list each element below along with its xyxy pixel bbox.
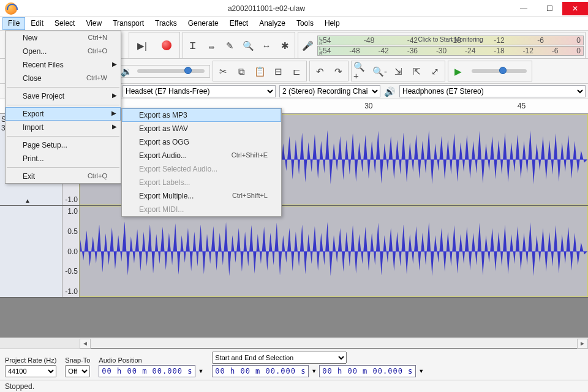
menu-view[interactable]: View	[80, 17, 107, 30]
menu-file[interactable]: File	[2, 17, 25, 30]
menu-item-export-ogg[interactable]: Export as OGG	[122, 135, 281, 149]
menu-select[interactable]: Select	[49, 17, 80, 30]
horizontal-scrollbar[interactable]: ◄ ►	[0, 337, 588, 349]
menu-tracks[interactable]: Tracks	[149, 17, 183, 30]
menu-tools[interactable]: Tools	[291, 17, 319, 30]
menu-item-exit[interactable]: ExitCtrl+Q	[6, 170, 121, 183]
menu-item-save-project[interactable]: Save Project▶	[6, 89, 121, 103]
minimize-button[interactable]: —	[511, 2, 537, 15]
ibeam-icon: Ꮖ	[190, 41, 196, 50]
status-text: Stopped.	[5, 382, 34, 391]
window-controls: — ☐ ✕	[511, 2, 588, 15]
play-icon: ▶	[454, 67, 462, 76]
project-rate-select[interactable]: 44100	[5, 365, 56, 377]
playback-speed-slider[interactable]	[472, 69, 527, 73]
recording-device-select[interactable]: Headset (E7 Hands-Free)	[123, 85, 276, 97]
fit-project-button[interactable]: ⇱	[408, 62, 425, 80]
recording-meter[interactable]: LR -54 -48 -42 Click to Start Monitoring…	[317, 36, 584, 45]
track-amplitude-scale: 1.0 0.5 0.0 -0.5 -1.0	[62, 206, 80, 297]
track-row: 1.0 0.5 0.0 -0.5 -1.0	[0, 206, 588, 298]
selection-end-field[interactable]: 00 h 00 m 00.000 s	[319, 365, 416, 377]
paste-button[interactable]: 📋	[251, 62, 268, 80]
envelope-tool[interactable]: ⏛	[203, 37, 220, 54]
redo-button[interactable]: ↷	[330, 62, 347, 80]
undo-icon: ↶	[316, 67, 324, 76]
recording-channels-select[interactable]: 2 (Stereo) Recording Chai	[279, 85, 380, 97]
selection-tool[interactable]: Ꮖ	[184, 37, 202, 54]
scroll-left-button[interactable]: ◄	[80, 339, 91, 349]
speaker-icon: 🔉	[121, 67, 132, 76]
zoom-out-button[interactable]: 🔍-	[371, 62, 388, 80]
zoom-toggle-button[interactable]: ⤢	[426, 62, 443, 80]
zoom-tool[interactable]: 🔍	[239, 37, 257, 54]
chevron-right-icon: ▶	[112, 123, 117, 130]
paste-icon: 📋	[254, 67, 266, 76]
menu-item-export[interactable]: Export▶	[6, 107, 121, 121]
menu-item-print[interactable]: Print...	[6, 152, 121, 165]
menu-item-new[interactable]: NewCtrl+N	[6, 31, 121, 45]
scroll-track[interactable]	[91, 339, 577, 349]
copy-button[interactable]: ⧉	[233, 62, 250, 80]
playback-meter[interactable]: LR -54 -48 -42 -36 -30 -24 -18 -12 -6 0	[317, 46, 584, 56]
collapse-icon[interactable]: ▲	[24, 197, 31, 204]
playback-volume-slider[interactable]	[137, 69, 205, 73]
menu-bar: File Edit Select View Transport Tracks G…	[0, 17, 588, 31]
menu-item-export-wav[interactable]: Export as WAV	[122, 122, 281, 135]
trim-button[interactable]: ⊟	[270, 62, 287, 80]
menu-item-export-audio[interactable]: Export Audio...Ctrl+Shift+E	[122, 149, 281, 162]
track-control-panel[interactable]	[0, 206, 62, 297]
snap-to-label: Snap-To	[65, 356, 90, 364]
menu-effect[interactable]: Effect	[224, 17, 254, 30]
menu-analyze[interactable]: Analyze	[254, 17, 291, 30]
mic-icon: 🎤	[302, 41, 314, 50]
record-icon	[162, 40, 172, 50]
envelope-icon: ⏛	[209, 41, 214, 50]
scroll-right-button[interactable]: ►	[577, 339, 588, 349]
app-icon	[5, 2, 17, 15]
redo-icon: ↷	[334, 67, 342, 76]
zoom-toggle-icon: ⤢	[431, 67, 439, 76]
maximize-button[interactable]: ☐	[537, 2, 562, 15]
playback-device-select[interactable]: Headphones (E7 Stereo)	[399, 85, 586, 97]
menu-help[interactable]: Help	[319, 17, 345, 30]
chevron-right-icon: ▶	[112, 61, 117, 67]
menu-generate[interactable]: Generate	[183, 17, 224, 30]
menu-item-export-labels: Export Labels...	[122, 176, 281, 189]
fit-selection-button[interactable]: ⇲	[390, 62, 407, 80]
menu-item-export-multiple[interactable]: Export Multiple...Ctrl+Shift+L	[122, 189, 281, 203]
export-submenu: Export as MP3 Export as WAV Export as OG…	[121, 108, 282, 217]
silence-button[interactable]: ⊏	[288, 62, 305, 80]
menu-transport[interactable]: Transport	[107, 17, 149, 30]
scissors-icon: ✂	[219, 67, 227, 76]
pencil-icon: ✎	[226, 41, 234, 50]
menu-item-export-mp3[interactable]: Export as MP3	[122, 108, 281, 122]
multi-icon: ✱	[281, 41, 289, 50]
menu-edit[interactable]: Edit	[25, 17, 49, 30]
selection-mode-select[interactable]: Start and End of Selection	[212, 352, 347, 364]
snap-to-select[interactable]: Off	[65, 365, 90, 377]
audio-position-field[interactable]: 00 h 00 m 00.000 s	[99, 365, 195, 377]
skip-end-button[interactable]: ▶|	[130, 34, 154, 57]
selection-start-field[interactable]: 00 h 00 m 00.000 s	[212, 365, 309, 377]
record-button[interactable]	[155, 34, 178, 57]
menu-item-page-setup[interactable]: Page Setup...	[6, 138, 121, 152]
undo-button[interactable]: ↶	[311, 62, 328, 80]
selection-toolbar: Project Rate (Hz) 44100 Snap-To Off Audi…	[0, 349, 588, 380]
title-bar: a2002011001-e02-ulaw — ☐ ✕	[0, 0, 588, 17]
timeshift-tool[interactable]: ↔	[258, 37, 275, 54]
menu-item-recent-files[interactable]: Recent Files▶	[6, 58, 121, 72]
multi-tool[interactable]: ✱	[276, 37, 293, 54]
menu-item-import[interactable]: Import▶	[6, 121, 121, 134]
close-button[interactable]: ✕	[562, 2, 588, 15]
zoom-out-icon: 🔍-	[372, 67, 387, 76]
menu-item-open[interactable]: Open...Ctrl+O	[6, 45, 121, 58]
play-button[interactable]: ▶	[450, 62, 467, 80]
cut-button[interactable]: ✂	[214, 62, 232, 80]
trim-icon: ⊟	[274, 67, 282, 76]
waveform-channel-2[interactable]	[80, 206, 588, 297]
chevron-right-icon: ▶	[111, 110, 116, 116]
menu-item-close[interactable]: CloseCtrl+W	[6, 72, 121, 85]
zoom-in-button[interactable]: 🔍+	[353, 62, 370, 80]
draw-tool[interactable]: ✎	[221, 37, 238, 54]
menu-item-export-selected: Export Selected Audio...	[122, 162, 281, 176]
